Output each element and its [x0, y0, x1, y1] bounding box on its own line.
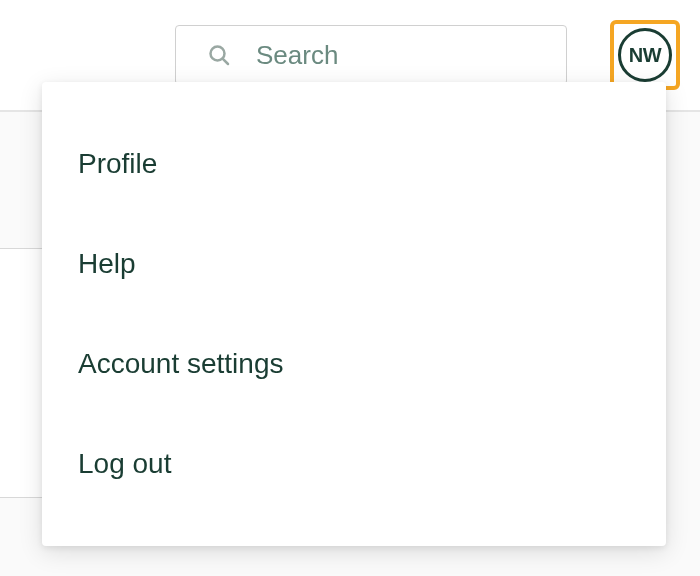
search-input[interactable] — [175, 25, 567, 85]
dropdown-item-help[interactable]: Help — [42, 214, 666, 314]
dropdown-item-account-settings[interactable]: Account settings — [42, 314, 666, 414]
user-dropdown-menu: Profile Help Account settings Log out — [42, 82, 666, 546]
dropdown-item-log-out[interactable]: Log out — [42, 414, 666, 514]
dropdown-item-profile[interactable]: Profile — [42, 114, 666, 214]
search-container — [175, 25, 567, 85]
avatar-button[interactable]: NW — [618, 28, 672, 82]
avatar-highlight: NW — [610, 20, 680, 90]
